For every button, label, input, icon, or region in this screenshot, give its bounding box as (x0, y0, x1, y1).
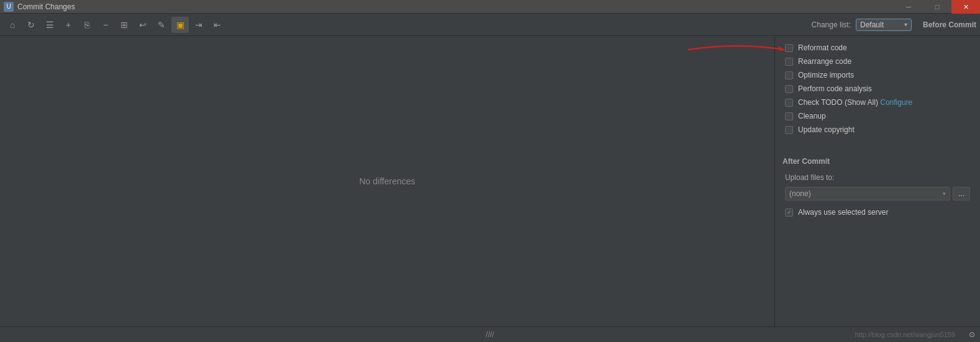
close-button[interactable]: ✕ (951, 0, 980, 14)
before-commit-section: Reformat code Rearrange code Optimize im… (775, 41, 980, 137)
always-use-server-checkbox[interactable] (785, 209, 793, 217)
toolbar-dedent-button[interactable]: ⇤ (209, 17, 226, 33)
section-divider (775, 140, 980, 141)
perform-code-analysis-label: Perform code analysis (798, 84, 872, 93)
toolbar-refresh-button[interactable]: ↻ (22, 17, 40, 33)
main-layout: No differences Reformat code Rearrange c… (0, 36, 980, 326)
toolbar-minus-button[interactable]: − (97, 17, 114, 33)
status-icon: ⊙ (969, 330, 975, 339)
toolbar-add-button[interactable]: + (60, 17, 77, 33)
toolbar-box-button[interactable]: ▣ (171, 17, 189, 33)
upload-dropdown-row: (none) ▾ ... (775, 184, 980, 203)
update-copyright-label: Update copyright (798, 125, 855, 134)
rearrange-code-label: Rearrange code (798, 57, 851, 66)
upload-arrow-icon: ▾ (943, 191, 946, 197)
upload-browse-button[interactable]: ... (953, 187, 970, 200)
changelist-dropdown[interactable]: Default ▾ (856, 19, 912, 31)
before-commit-inline-header: Before Commit (923, 20, 976, 29)
check-todo-label: Check TODO (Show All) Configure (798, 98, 912, 107)
after-commit-section: After Commit Upload files to: (none) ▾ .… (775, 155, 980, 219)
check-todo-checkbox[interactable] (785, 99, 793, 107)
diff-panel: No differences (0, 36, 775, 326)
status-url: http://blog.csdn.net/wangjun5159 (855, 331, 955, 338)
no-differences-label: No differences (359, 176, 415, 186)
optimize-imports-checkbox[interactable] (785, 71, 793, 79)
toolbar-home-button[interactable]: ⌂ (4, 17, 21, 33)
changelist-label: Change list: (812, 20, 851, 29)
window-title: Commit Changes (17, 2, 75, 11)
toolbar-undo-button[interactable]: ↩ (134, 17, 152, 33)
changelist-selected: Default (860, 20, 902, 29)
rearrange-code-item[interactable]: Rearrange code (775, 55, 980, 68)
check-todo-item[interactable]: Check TODO (Show All) Configure (775, 96, 980, 109)
cleanup-item[interactable]: Cleanup (775, 109, 980, 123)
always-use-server-item[interactable]: Always use selected server (775, 205, 980, 219)
right-panel: Reformat code Rearrange code Optimize im… (775, 36, 980, 326)
reformat-code-checkbox[interactable] (785, 44, 793, 52)
cleanup-checkbox[interactable] (785, 112, 793, 120)
toolbar: ⌂ ↻ ☰ + ⎘ − ⊞ ↩ ✎ ▣ ⇥ ⇤ Change list: Def… (0, 14, 980, 36)
rearrange-code-checkbox[interactable] (785, 58, 793, 66)
perform-code-analysis-checkbox[interactable] (785, 85, 793, 93)
toolbar-grid-button[interactable]: ⊞ (116, 17, 133, 33)
optimize-imports-label: Optimize imports (798, 71, 854, 79)
upload-selected: (none) (789, 189, 943, 198)
toolbar-edit-button[interactable]: ✎ (153, 17, 170, 33)
upload-dropdown[interactable]: (none) ▾ (785, 187, 950, 200)
window-controls: ─ □ ✕ (894, 0, 980, 14)
app-icon: U (4, 2, 14, 12)
toolbar-indent-button[interactable]: ⇥ (190, 17, 207, 33)
toolbar-copy-button[interactable]: ⎘ (78, 17, 96, 33)
upload-files-label: Upload files to: (775, 171, 980, 184)
perform-code-analysis-item[interactable]: Perform code analysis (775, 82, 980, 96)
cleanup-label: Cleanup (798, 112, 826, 120)
reformat-code-label: Reformat code (798, 43, 847, 52)
always-use-server-label: Always use selected server (798, 208, 888, 217)
status-dots: //// (486, 330, 494, 339)
toolbar-list-button[interactable]: ☰ (41, 17, 58, 33)
reformat-code-item[interactable]: Reformat code (775, 41, 980, 55)
maximize-button[interactable]: □ (923, 0, 951, 14)
minimize-button[interactable]: ─ (894, 0, 923, 14)
after-commit-header: After Commit (775, 155, 980, 171)
optimize-imports-item[interactable]: Optimize imports (775, 68, 980, 82)
title-bar: U Commit Changes ─ □ ✕ (0, 0, 980, 14)
status-bar: //// http://blog.csdn.net/wangjun5159 ⊙ (0, 326, 980, 342)
changelist-arrow-icon: ▾ (904, 21, 907, 28)
configure-link[interactable]: Configure (880, 98, 912, 107)
update-copyright-item[interactable]: Update copyright (775, 123, 980, 137)
update-copyright-checkbox[interactable] (785, 126, 793, 134)
